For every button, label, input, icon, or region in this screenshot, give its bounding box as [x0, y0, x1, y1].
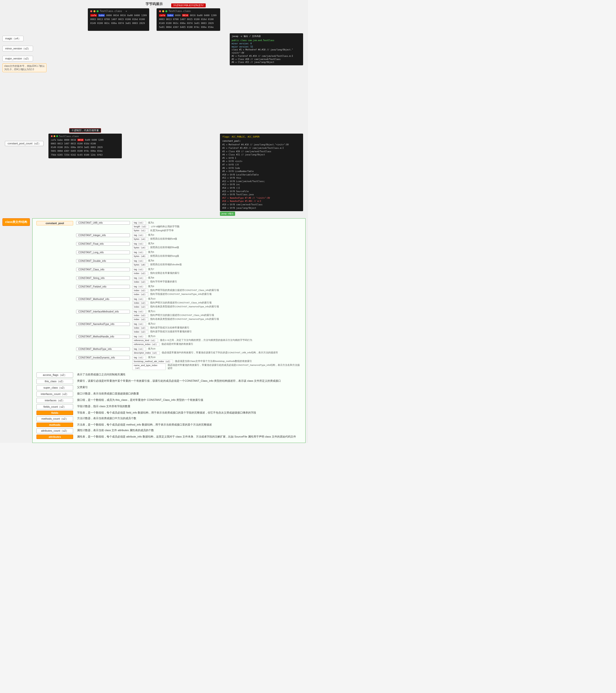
- float-label: CONSTANT_Float_info: [76, 242, 130, 246]
- methodhandle-refkind-label: reference_kind（u1）: [132, 339, 158, 342]
- class-info-fields: tag（u1） 值为7 index（u2） 指向全限定名常量项的索引: [132, 268, 180, 275]
- methodtype-tag: tag（u1） 值为16: [132, 347, 278, 351]
- invokedynamic-natidx: name_and_type_index（u2） 值必须是对常量池的有效索引，常量…: [132, 364, 301, 370]
- integer-tag-val: 值为3: [148, 234, 154, 237]
- attributes-desc: 属性表，是一个数组组，每个成员必须是 attribute_info 数据结构，这…: [77, 435, 296, 439]
- methodtype-fields: tag（u1） 值为16 descriptor_index（u2） 值必须是常量…: [132, 347, 278, 355]
- float-tag-val: 值为4: [148, 242, 154, 246]
- methodhandle-tag-label: tag（u1）: [132, 335, 146, 338]
- class-structure-label-wrapper: class类文件结构: [2, 218, 30, 226]
- nameandtype-index1: index（u2） 指向该字段或方法名称常量项的索引: [132, 326, 192, 330]
- utf8-info-row: CONSTANT_Utf8_info tag（u1） 值为1 length（u2…: [76, 221, 301, 233]
- utf8-bytes-desc: 长度为length的字节串: [150, 229, 174, 232]
- interfaces-desc: 接口组，是一个数组组，成员为 this_class，是对常量池中 CONSTAN…: [77, 398, 203, 402]
- methodtype-descidx: descriptor_index（u2） 值必须是常量池中的有效索引，常量池在该…: [132, 351, 278, 355]
- interfacemethodref-fields: tag（u1） 值为11 index（u2） 指向声明方法的接口描述符CONST…: [132, 310, 219, 321]
- float-tag-label: tag（u1）: [132, 242, 146, 246]
- utf8-tag: tag（u1） 值为1: [132, 221, 180, 225]
- super-class-label: super_class（u2）: [37, 385, 73, 390]
- methods-row: methods 方法表，是一个数组组，每个成员必须是 method_info 数…: [37, 422, 301, 427]
- constant-pool-row: constant_pool CONSTANT_Utf8_info tag（u1）…: [37, 221, 301, 371]
- interfaces-count-label: interfaces_count（u2）: [37, 392, 73, 397]
- methodref-tag-label: tag（u1）: [132, 297, 146, 301]
- class-tag: tag（u1） 值为7: [132, 268, 180, 271]
- left-annotations: magic（u4） minor_version（u2） major_versio…: [0, 33, 49, 131]
- interfaces-count-row: interfaces_count（u2） 接口计数器，表示当前类或接口直接超级接…: [37, 392, 301, 397]
- methodtype-tag-val: 值为16: [148, 347, 156, 351]
- methodref-index1-label: index（u2）: [132, 301, 148, 305]
- cpc-count-label: 十进制22，代表21项常量: [69, 128, 101, 133]
- cpc-byte-box: TestClass.class cafe babe 0000 0034 0016…: [48, 134, 122, 158]
- interfacemethodref-index1-desc: 指向声明方法的接口描述符CONSTANT_Class_info的索引项: [150, 314, 214, 317]
- fields-row: fields 字段表，是一个数组组，每个成员必须是 field_info 数据结…: [37, 411, 301, 415]
- constant-pool-count-section: constant_pool_count（u2） 十进制22，代表21项常量 Te…: [5, 134, 308, 216]
- interfacemethodref-info-row: CONSTANT_InterfaceMethodref_info tag（u1）…: [76, 310, 301, 321]
- byte-box-2-titlebar: TestClass.class: [159, 10, 218, 13]
- close-dot-1: [90, 10, 92, 12]
- class-structure-label: class类文件结构: [2, 218, 30, 226]
- access-flags-row: access_flags（u2） 表示了当前类或接口之访问控制相关属性: [37, 373, 301, 378]
- double-info-row: CONSTANT_Double_info tag（u1） 值为6 bytes（u…: [76, 259, 301, 267]
- attributes-count-desc: 属性计数器，表示当前 class 文件 attributes 属性表的成员的个数: [77, 428, 154, 432]
- nameandtype-index1-label: index（u2）: [132, 326, 148, 330]
- interfacemethodref-tag-label: tag（u1）: [132, 310, 146, 314]
- utf8-label: CONSTANT_Utf8_info: [76, 221, 130, 225]
- integer-fields: tag（u1） 值为3 bytes（u4） 按照高位在前存储的int值: [132, 234, 177, 241]
- string-tag: tag（u1） 值为8: [132, 276, 177, 280]
- methodref-tag: tag（u1） 值为10: [132, 297, 219, 301]
- invokedynamic-bsm-label: bootstrap_method_attr_index（u2）: [132, 360, 173, 363]
- double-label: CONSTANT_Double_info: [76, 259, 130, 263]
- constant-pool-main-label: constant_pool: [37, 221, 73, 225]
- fields-count-row: fields_count（u2） 字段计数器，指示 class 文件所有字段的数…: [37, 404, 301, 409]
- cpc-box-wrapper: 十进制22，代表21项常量 TestClass.class cafe babe …: [48, 134, 122, 158]
- constant-pool-types: CONSTANT_Utf8_info tag（u1） 值为1 length（u2…: [76, 221, 301, 371]
- class-index-desc: 指向全限定名常量项的索引: [150, 272, 180, 275]
- double-bytes: bytes（u8） 按照高位在前存储的double值: [132, 263, 182, 267]
- fieldref-index2-desc: 指向字段描述符CONSTANT_NameAndType_info的索引项: [150, 293, 211, 296]
- fields-desc: 字段表，是一个数组组，每个成员必须是 field_info 数据结构，用于表示当…: [77, 411, 256, 415]
- string-index: index（u2） 指向字符串字面量的索引: [132, 280, 177, 284]
- nameandtype-index2-label: index（u2）: [132, 330, 148, 334]
- long-tag-val: 值为5: [148, 251, 154, 254]
- methodhandle-tag: tag（u1） 值为15: [132, 335, 252, 338]
- byte-box-2-wrapper: 16进制的34换成10进制是52 TestClass.class cafe ba…: [157, 8, 220, 31]
- fieldref-tag-val: 值为9: [148, 285, 154, 289]
- utf8-length-label: length（u2）: [132, 225, 149, 229]
- cpc-titlebar: TestClass.class: [51, 135, 119, 138]
- long-label: CONSTANT_Long_info: [76, 251, 130, 254]
- invokedynamic-info-row: CONSTANT_InvokeDynamic_info tag（u1） 值为18…: [76, 356, 301, 370]
- major-label: major_version（u2）: [2, 56, 33, 61]
- attributes-count-row: attributes_count（u2） 属性计数器，表示当前 class 文件…: [37, 428, 301, 433]
- integer-tag: tag（u1） 值为3: [132, 234, 177, 237]
- max-dot-1: [97, 10, 99, 12]
- class-index-label: index（u2）: [132, 272, 148, 275]
- string-tag-label: tag（u1）: [132, 276, 146, 280]
- magic-annotation: magic（u4）: [2, 36, 49, 41]
- class-tag-label: tag（u1）: [132, 268, 146, 271]
- page-title: 字节码展示: [0, 0, 308, 7]
- long-tag: tag（u1） 值为5: [132, 251, 179, 254]
- interfacemethodref-index2-desc: 指向名称及类型描述符CONSTANT_NameAndType_info的索引项: [150, 318, 219, 321]
- double-tag-label: tag（u1）: [132, 259, 146, 263]
- min-dot-2: [162, 10, 164, 12]
- fieldref-fields: tag（u1） 值为9 index（u2） 指向声明字段的类或接口描述符CONS…: [132, 285, 219, 296]
- methodref-label: CONSTANT_Methodref_info: [76, 297, 130, 301]
- fieldref-tag-label: tag（u1）: [132, 285, 146, 289]
- integer-bytes-label: bytes（u4）: [132, 237, 148, 241]
- class-structure-main: class类文件结构 constant_pool CONSTANT_Utf8_i…: [0, 218, 308, 443]
- access-flags-desc: 表示了当前类或接口之访问控制相关属性: [77, 373, 125, 377]
- methods-label: methods: [37, 422, 73, 427]
- fieldref-index1-desc: 指向声明字段的类或接口描述符CONSTANT_Class_info的索引项: [150, 289, 219, 292]
- fields-label: fields: [37, 411, 73, 415]
- double-fields: tag（u1） 值为6 bytes（u8） 按照高位在前存储的double值: [132, 259, 182, 267]
- long-bytes-desc: 按照高位在前存储的long值: [150, 255, 179, 258]
- long-bytes-label: bytes（u8）: [132, 255, 148, 258]
- access-flags-label: access_flags（u2）: [37, 373, 73, 378]
- methodtype-descidx-label: descriptor_index（u2）: [132, 351, 160, 355]
- byte-box-2-content: cafe babe 0000 0034 0016 0a00 0400 1209 …: [159, 14, 218, 29]
- double-bytes-label: bytes（u8）: [132, 263, 148, 267]
- methodtype-label: CONSTANT_MethodType_info: [76, 347, 130, 351]
- methodref-index1: index（u2） 指向声明方法的类描述符CONSTANT_Class_info…: [132, 301, 219, 305]
- string-tag-val: 值为8: [148, 276, 154, 280]
- invokedynamic-bsm-desc: 值必须是当前Class文件中某个方法表bootstrap_methods数组的有…: [175, 360, 252, 363]
